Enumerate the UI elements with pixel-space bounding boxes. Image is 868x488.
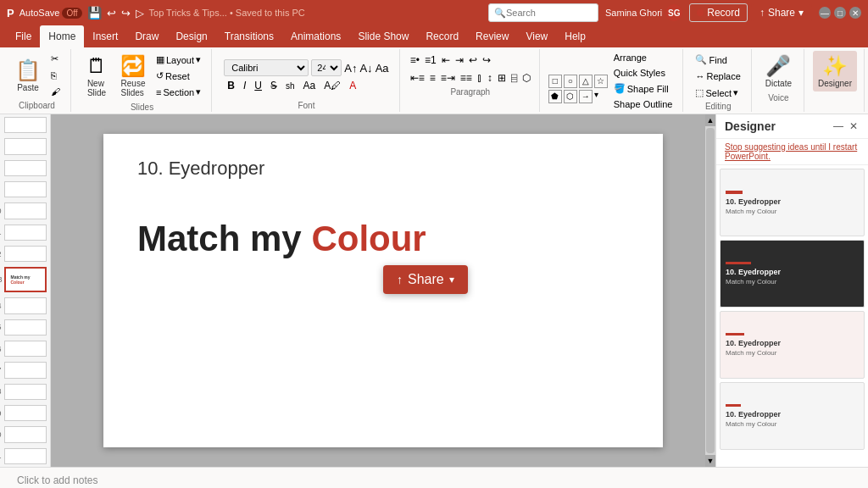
slide-thumb-14[interactable]: 14 bbox=[4, 297, 47, 313]
slide-thumb-20[interactable]: 20 bbox=[4, 426, 47, 442]
smart-art-button[interactable]: ⬡ bbox=[520, 70, 532, 86]
slide-thumb-7[interactable]: 7 bbox=[4, 138, 47, 154]
format-painter-button[interactable]: 🖌 bbox=[47, 85, 64, 98]
shape-outline-button[interactable]: Shape Outline bbox=[610, 97, 676, 111]
replace-button[interactable]: ↔ Replace bbox=[692, 69, 743, 83]
shape4-button[interactable]: ☆ bbox=[594, 75, 608, 88]
find-button[interactable]: 🔍 Find bbox=[692, 53, 743, 67]
tab-home[interactable]: Home bbox=[40, 25, 84, 47]
slide-thumb-12[interactable]: 12 bbox=[4, 246, 47, 262]
align-right-button[interactable]: ≡⇥ bbox=[439, 70, 457, 86]
new-slide-button[interactable]: 🗒 NewSlide bbox=[80, 51, 114, 101]
align-text-button[interactable]: ⌸ bbox=[509, 70, 519, 86]
slide-thumb-9[interactable]: 9 bbox=[4, 181, 47, 197]
shape3-button[interactable]: △ bbox=[579, 75, 593, 88]
tab-file[interactable]: File bbox=[7, 25, 40, 47]
redo-icon[interactable]: ↪ bbox=[121, 7, 131, 19]
font-size-select[interactable]: 24 bbox=[311, 59, 342, 76]
tab-view[interactable]: View bbox=[517, 25, 556, 47]
reset-button[interactable]: ↺ Reset bbox=[153, 69, 204, 83]
share-header-button[interactable]: ↑ Share ▾ bbox=[751, 4, 812, 21]
section-button[interactable]: ≡ Section ▾ bbox=[153, 85, 204, 99]
shape5-button[interactable]: ⬟ bbox=[548, 90, 562, 103]
bold-button[interactable]: B bbox=[224, 79, 238, 92]
tab-animations[interactable]: Animations bbox=[282, 25, 349, 47]
slide-thumb-19[interactable]: 19 bbox=[4, 405, 47, 421]
line-spacing-button[interactable]: ↕ bbox=[486, 70, 494, 86]
bullets-button[interactable]: ≡• bbox=[409, 53, 421, 68]
scroll-down-button[interactable]: ▼ bbox=[705, 455, 715, 467]
case-button[interactable]: Aa bbox=[300, 79, 320, 92]
tab-design[interactable]: Design bbox=[167, 25, 215, 47]
save-icon[interactable]: 💾 bbox=[87, 6, 102, 19]
shadow-button[interactable]: sh bbox=[282, 80, 298, 92]
tab-insert[interactable]: Insert bbox=[84, 25, 126, 47]
record-button[interactable]: Record bbox=[689, 3, 748, 22]
highlight-button[interactable]: A🖊 bbox=[320, 79, 344, 92]
present-icon[interactable]: ▷ bbox=[136, 7, 144, 19]
designer-suggest-link[interactable]: Stop suggesting ideas until I restart Po… bbox=[716, 139, 868, 165]
font-family-select[interactable]: Calibri bbox=[224, 59, 309, 76]
designer-thumb-1[interactable]: 10. Eyedropper Match my Colour bbox=[720, 169, 865, 236]
increase-indent-button[interactable]: ⇥ bbox=[453, 53, 465, 68]
slide-thumb-16[interactable]: 16 bbox=[4, 341, 47, 357]
autosave-control[interactable]: AutoSave Off bbox=[19, 8, 82, 19]
shape2-button[interactable]: ○ bbox=[564, 75, 577, 88]
select-button[interactable]: ⬚ Select ▾ bbox=[692, 86, 743, 100]
minimize-button[interactable]: — bbox=[819, 7, 831, 19]
copy-button[interactable]: ⎘ bbox=[47, 69, 64, 82]
italic-button[interactable]: I bbox=[240, 79, 249, 92]
arrange-button[interactable]: Arrange bbox=[610, 51, 676, 64]
designer-thumb-4[interactable]: 10. Eyedropper Match my Colour bbox=[720, 382, 865, 450]
dictate-button[interactable]: 🎤 Dictate bbox=[760, 51, 797, 92]
ltr-button[interactable]: ↪ bbox=[481, 53, 492, 68]
shape-fill-button[interactable]: 🪣 Shape Fill bbox=[610, 81, 676, 96]
designer-thumb-3[interactable]: 10. Eyedropper Match my Colour bbox=[720, 311, 865, 379]
slide-thumb-18[interactable]: 18 bbox=[4, 384, 47, 400]
justify-button[interactable]: ≡≡ bbox=[459, 70, 474, 86]
layout-button[interactable]: ▦ Layout ▾ bbox=[153, 53, 204, 67]
rtl-button[interactable]: ↩ bbox=[467, 53, 479, 68]
notes-area[interactable]: Click to add notes bbox=[0, 467, 868, 488]
strikethrough-button[interactable]: S̶ bbox=[267, 79, 281, 92]
reuse-slides-button[interactable]: 🔁 ReuseSlides bbox=[115, 51, 151, 101]
font-color-button[interactable]: A bbox=[346, 79, 359, 92]
more-shapes-button[interactable]: ▾ bbox=[594, 90, 598, 103]
decrease-indent-button[interactable]: ⇤ bbox=[440, 53, 452, 68]
slide-thumb-13[interactable]: 13 Match my Colour bbox=[4, 267, 47, 292]
text-direction-button[interactable]: ⊞ bbox=[496, 70, 508, 86]
tab-draw[interactable]: Draw bbox=[126, 25, 167, 47]
shape1-button[interactable]: □ bbox=[548, 75, 562, 88]
align-center-button[interactable]: ≡ bbox=[428, 70, 437, 86]
search-bar[interactable]: 🔍 bbox=[488, 3, 598, 22]
close-button[interactable]: ✕ bbox=[849, 7, 861, 19]
tab-slideshow[interactable]: Slide Show bbox=[349, 25, 417, 47]
designer-ribbon-button[interactable]: ✨ Designer bbox=[813, 51, 857, 92]
align-left-button[interactable]: ⇤≡ bbox=[409, 70, 426, 86]
tab-review[interactable]: Review bbox=[467, 25, 517, 47]
scroll-up-button[interactable]: ▲ bbox=[705, 114, 715, 126]
slide-thumb-8[interactable]: 8 bbox=[4, 160, 47, 176]
slide-canvas[interactable]: 10. Eyedropper Match my Colour ↑ Share ▾ bbox=[103, 134, 663, 447]
shape6-button[interactable]: ⬡ bbox=[564, 90, 577, 103]
slide-thumb-17[interactable]: 17 bbox=[4, 362, 47, 378]
maximize-button[interactable]: □ bbox=[834, 7, 846, 19]
shape7-button[interactable]: → bbox=[579, 90, 593, 103]
share-popup-button[interactable]: ↑ Share ▾ bbox=[383, 265, 468, 294]
tab-transitions[interactable]: Transitions bbox=[216, 25, 282, 47]
decrease-font-icon[interactable]: A↓ bbox=[359, 62, 372, 75]
columns-button[interactable]: ⫿ bbox=[476, 70, 484, 86]
slide-thumb-6[interactable]: 6 bbox=[4, 117, 47, 133]
autosave-badge[interactable]: Off bbox=[62, 8, 81, 19]
paste-button[interactable]: 📋 Paste bbox=[10, 55, 46, 96]
cut-button[interactable]: ✂ bbox=[47, 52, 64, 66]
slide-thumb-21[interactable]: 21 bbox=[4, 448, 47, 464]
underline-button[interactable]: U bbox=[251, 79, 265, 92]
slide-thumb-15[interactable]: 15 bbox=[4, 319, 47, 336]
vertical-scrollbar[interactable]: ▲ ▼ bbox=[705, 114, 715, 467]
designer-close-button[interactable]: ✕ bbox=[848, 120, 860, 132]
increase-font-icon[interactable]: A↑ bbox=[344, 62, 357, 75]
undo-icon[interactable]: ↩ bbox=[107, 7, 116, 19]
tab-record[interactable]: Record bbox=[417, 25, 467, 47]
numbering-button[interactable]: ≡1 bbox=[423, 53, 438, 68]
